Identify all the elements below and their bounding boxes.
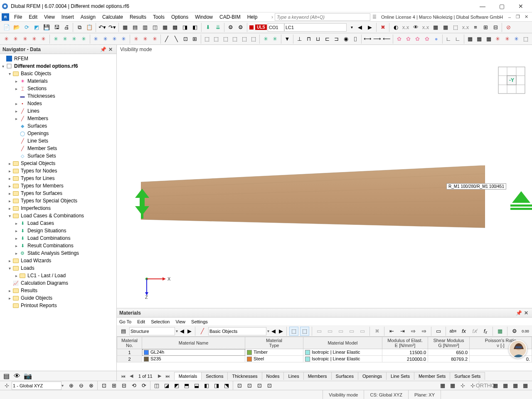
tree-item[interactable]: ▸⬇Load Cases (0, 219, 116, 227)
tree-item[interactable]: ▸Types for Nodes (0, 167, 116, 175)
tb2-1-icon[interactable]: ✳ (2, 34, 10, 44)
tb2-38-icon[interactable]: ⟶ (373, 34, 382, 44)
menu-tools[interactable]: Tools (150, 13, 168, 21)
tree-item[interactable]: ▸Types for Special Objects (0, 197, 116, 204)
mat-tb-structure-icon[interactable]: ▤ (119, 327, 128, 336)
mat-fx2-icon[interactable]: fx̸ (470, 327, 479, 336)
tb2-52-icon[interactable]: ✳ (512, 34, 521, 44)
bt-7-icon[interactable]: ⟲ (129, 381, 138, 390)
support-left-icon[interactable] (133, 189, 152, 220)
bt-3-icon[interactable]: ⊗ (86, 381, 96, 390)
maximize-button[interactable]: ▢ (492, 0, 511, 12)
paste-icon[interactable]: 📋 (85, 23, 94, 32)
tree-item[interactable]: ▸╱Members (0, 115, 116, 122)
co-combo[interactable]: CO1 (268, 23, 284, 32)
mat-fx-icon[interactable]: fx (459, 327, 468, 336)
tb2-47-icon[interactable]: ▦ (466, 34, 474, 44)
tb2-42-icon[interactable]: ✿ (414, 34, 422, 44)
tree-item[interactable]: ◇Surface Sets (0, 152, 116, 160)
bt-20-icon[interactable]: ⊡ (265, 381, 274, 390)
tb2-24-icon[interactable]: ⬚ (231, 34, 239, 44)
bt-snap2-icon[interactable]: ▦ (448, 381, 457, 390)
bt-16-icon[interactable]: ⬔ (222, 381, 231, 390)
tb2-30-icon[interactable]: ⊥ (295, 34, 303, 44)
res10-icon[interactable]: ⊞ (481, 23, 490, 32)
nav-tab-views-icon[interactable]: 📷 (23, 372, 32, 380)
mdi-minimize-icon[interactable]: – (506, 13, 513, 21)
tree-item[interactable]: ╱Line Sets (0, 137, 116, 145)
tree-item[interactable]: ▸Special Objects (0, 160, 116, 167)
tb2-7-icon[interactable]: ✳ (61, 34, 69, 44)
bt-5-icon[interactable]: ⊞ (109, 381, 118, 390)
nav-tab-data-icon[interactable]: ▤ (2, 372, 11, 380)
tree-item[interactable]: Printout Reports (0, 302, 116, 309)
view-cube[interactable]: -Y (498, 66, 525, 94)
print-icon[interactable]: 🖨 (62, 23, 71, 32)
bt-end1-icon[interactable]: ▦ (491, 381, 500, 390)
tree-item[interactable]: ▸LC1 - Last / Load (0, 272, 116, 279)
res1-icon[interactable]: ◐ (391, 23, 400, 32)
mdi-close-icon[interactable]: ✕ (522, 13, 530, 21)
materials-grid[interactable]: Material No. Material Name Material Type… (117, 337, 532, 371)
view1-icon[interactable]: ▦ (121, 23, 130, 32)
mat-e3-icon[interactable]: ▭ (336, 327, 345, 336)
tb2-14-icon[interactable]: ✳ (132, 34, 140, 44)
navigator-pin-icon[interactable]: 📌 (100, 46, 106, 53)
res7-icon[interactable]: ⬚ (451, 23, 460, 32)
tree-item[interactable]: ▸Load Wizards (0, 257, 116, 264)
mat-cfg-icon[interactable]: ⚙ (510, 327, 519, 336)
copy-icon[interactable]: ⧉ (75, 23, 84, 32)
mat-structure-combo[interactable]: Structure (129, 327, 175, 335)
calc2-icon[interactable]: ⚙ (236, 23, 245, 32)
tb2-13-icon[interactable]: ✳ (120, 34, 128, 44)
mat-del-icon[interactable]: ✖ (372, 327, 382, 336)
tb2-22-icon[interactable]: ⬚ (212, 34, 220, 44)
mat-prev2-icon[interactable]: ◀ (271, 327, 276, 336)
tb2-40-icon[interactable]: ✿ (395, 34, 403, 44)
mat-excel-icon[interactable]: ▦ (495, 327, 505, 336)
loads2-icon[interactable]: ⇊ (213, 23, 222, 32)
table-row[interactable]: 2 S235 Steel Isotropic | Linear Elastic … (117, 356, 532, 362)
tab-first-icon[interactable]: ⏮ (119, 372, 127, 380)
mat-menu-selection[interactable]: Selection (151, 319, 170, 324)
tab-prev-icon[interactable]: ◀ (128, 372, 135, 380)
view3-icon[interactable]: ▥ (140, 23, 150, 32)
materials-tab[interactable]: Members (303, 372, 332, 380)
view7-icon[interactable]: ◨ (180, 23, 190, 32)
menu-view[interactable]: View (41, 13, 58, 21)
bt-cs-icon[interactable]: ⊹ (2, 381, 11, 390)
navigator-tree[interactable]: RFEM▾Different model options.rf6▾Basic O… (0, 54, 116, 371)
block-icon[interactable]: ◩ (32, 23, 41, 32)
tb2-18-icon[interactable]: ╲ (172, 34, 180, 44)
tree-item[interactable]: ▸Types for Surfaces (0, 190, 116, 197)
materials-tab[interactable]: Line Sets (386, 372, 414, 380)
undo-icon[interactable]: ↶▾ (98, 23, 107, 32)
bt-13-icon[interactable]: ⬓ (192, 381, 201, 390)
keyword-search-input[interactable] (275, 13, 370, 21)
tb2-51-icon[interactable]: ✳ (503, 34, 511, 44)
minimize-button[interactable]: — (473, 0, 492, 12)
next-lc-icon[interactable]: ▶ (365, 23, 374, 32)
tb2-43-icon[interactable]: ✿ (423, 34, 431, 44)
menu-assign[interactable]: Assign (77, 13, 99, 21)
tree-item[interactable]: ▸Guide Objects (0, 294, 116, 302)
bt-snap1-icon[interactable]: ▦ (438, 381, 447, 390)
mat-tb-basic-icon[interactable]: ╱ (198, 327, 207, 336)
col-model[interactable]: Material Model (303, 337, 382, 349)
tb2-23-icon[interactable]: ⬚ (222, 34, 230, 44)
delete-results-icon[interactable]: ✖ (378, 23, 387, 32)
mat-sel2-icon[interactable]: ⬚ (300, 327, 309, 336)
combo-down-icon[interactable]: ▾ (349, 23, 355, 32)
beam-member[interactable] (141, 165, 485, 232)
tab-next-icon[interactable]: ▶ (156, 372, 163, 380)
menu-insert[interactable]: Insert (58, 13, 77, 21)
materials-tab[interactable]: Surface Sets (450, 372, 485, 380)
menu-results[interactable]: Results (126, 13, 150, 21)
tree-item[interactable]: ▸✳Materials (0, 77, 116, 85)
tree-item[interactable]: ▾Loads (0, 264, 116, 272)
bt-end2-icon[interactable]: ▦ (501, 381, 510, 390)
mat-view-icon[interactable]: ▭ (434, 327, 443, 336)
tree-item[interactable]: ▸⚙Static Analysis Settings (0, 249, 116, 257)
tree-item[interactable]: ▸╱Lines (0, 107, 116, 115)
tb2-48-icon[interactable]: ▦ (475, 34, 483, 44)
